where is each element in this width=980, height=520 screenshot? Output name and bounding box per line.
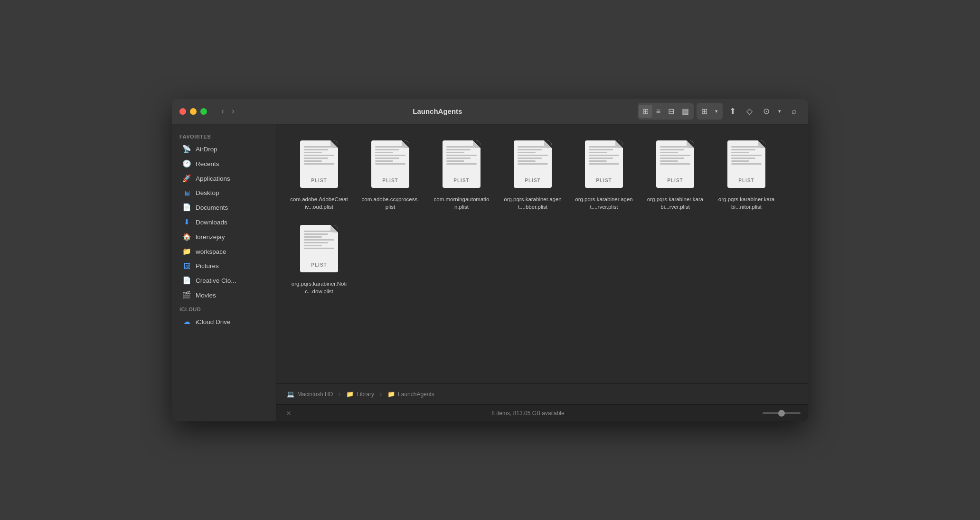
more-dropdown-icon[interactable]: ▾ xyxy=(774,106,785,117)
file-item[interactable]: PLIST com.adobe.ccxprocess.plist xyxy=(357,136,424,215)
sidebar-item-recents[interactable]: 🕐 Recents xyxy=(175,157,273,171)
disk-icon: 💻 xyxy=(287,390,294,398)
sidebar: Favorites 📡 AirDrop 🕐 Recents 🚀 Applicat… xyxy=(172,124,276,421)
sidebar-item-creative-cloud[interactable]: 📄 Creative Clo... xyxy=(175,273,273,288)
sidebar-item-applications[interactable]: 🚀 Applications xyxy=(175,171,273,186)
breadcrumb-separator: › xyxy=(380,391,382,398)
sidebar-item-workspace[interactable]: 📁 workspace xyxy=(175,244,273,259)
toolbar-icons: ⊞ ≡ ⊟ ▦ ⊞ ▾ ⬆ ◇ ⊙ ▾ ⌕ xyxy=(638,103,801,120)
plist-icon: PLIST xyxy=(369,140,412,193)
folder-icon: 📁 xyxy=(346,390,354,398)
more-icon[interactable]: ⊙ xyxy=(759,104,773,119)
sidebar-item-label: lorenzejay xyxy=(196,233,225,241)
sidebar-item-label: AirDrop xyxy=(196,146,217,153)
downloads-icon: ⬇ xyxy=(182,218,191,226)
back-button[interactable]: ‹ xyxy=(218,104,227,118)
documents-icon: 📄 xyxy=(182,203,191,212)
file-name: org.pqrs.karabiner.karabi...nitor.plist xyxy=(717,195,776,211)
plist-icon: PLIST xyxy=(440,140,483,193)
slider-track xyxy=(763,412,801,414)
search-icon[interactable]: ⌕ xyxy=(788,104,801,119)
icloud-label: iCloud xyxy=(172,303,276,314)
sidebar-item-label: Creative Clo... xyxy=(196,277,236,284)
close-status-button[interactable]: ✕ xyxy=(284,408,293,419)
file-name: org.pqrs.karabiner.Notic...dow.plist xyxy=(290,280,349,295)
plist-icon: PLIST xyxy=(298,225,340,277)
group-dropdown-icon[interactable]: ▾ xyxy=(711,106,722,116)
plist-icon: PLIST xyxy=(511,140,554,193)
sidebar-item-movies[interactable]: 🎬 Movies xyxy=(175,288,273,302)
title-bar: ‹ › LaunchAgents ⊞ ≡ ⊟ ▦ ⊞ ▾ ⬆ ◇ ⊙ ▾ ⌕ xyxy=(172,99,808,124)
maximize-button[interactable] xyxy=(200,108,207,115)
traffic-lights xyxy=(179,108,207,115)
status-bar: ✕ 8 items, 813.05 GB available xyxy=(276,404,808,421)
applications-icon: 🚀 xyxy=(182,174,191,183)
breadcrumb-launchagents[interactable]: 📁 LaunchAgents xyxy=(385,390,437,399)
icloud-drive-icon: ☁ xyxy=(182,317,191,326)
plist-icon: PLIST xyxy=(298,140,340,193)
movies-icon: 🎬 xyxy=(182,291,191,299)
column-view-icon[interactable]: ⊟ xyxy=(664,105,678,118)
breadcrumb-label: LaunchAgents xyxy=(398,391,434,398)
group-icon[interactable]: ⊞ xyxy=(697,105,711,118)
finder-window: ‹ › LaunchAgents ⊞ ≡ ⊟ ▦ ⊞ ▾ ⬆ ◇ ⊙ ▾ ⌕ xyxy=(172,99,808,421)
favorites-label: Favorites xyxy=(172,130,276,141)
home-icon: 🏠 xyxy=(182,232,191,241)
plist-icon: PLIST xyxy=(725,140,768,193)
slider-thumb xyxy=(778,410,785,417)
sidebar-item-label: workspace xyxy=(196,248,226,255)
sidebar-item-label: Pictures xyxy=(196,262,219,269)
desktop-icon: 🖥 xyxy=(182,189,191,197)
sidebar-item-downloads[interactable]: ⬇ Downloads xyxy=(175,215,273,229)
sidebar-item-airdrop[interactable]: 📡 AirDrop xyxy=(175,142,273,156)
sidebar-item-label: Downloads xyxy=(196,219,227,226)
file-name: org.pqrs.karabiner.karabi...rver.plist xyxy=(646,195,705,211)
status-text: 8 items, 813.05 GB available xyxy=(293,410,763,417)
zoom-slider[interactable] xyxy=(763,412,801,414)
minimize-button[interactable] xyxy=(190,108,197,115)
file-item[interactable]: PLIST org.pqrs.karabiner.agent....bber.p… xyxy=(499,136,566,215)
file-item[interactable]: PLIST org.pqrs.karabiner.Notic...dow.pli… xyxy=(286,220,352,300)
forward-button[interactable]: › xyxy=(229,104,237,118)
tag-icon[interactable]: ◇ xyxy=(743,104,756,119)
file-name: com.adobe.AdobeCreativ...oud.plist xyxy=(290,195,349,211)
group-button-group: ⊞ ▾ xyxy=(697,103,723,120)
sidebar-item-pictures[interactable]: 🖼 Pictures xyxy=(175,259,273,273)
folder-icon: 📁 xyxy=(387,390,395,398)
close-button[interactable] xyxy=(179,108,186,115)
list-view-icon[interactable]: ≡ xyxy=(652,105,664,118)
sidebar-item-lorenzejay[interactable]: 🏠 lorenzejay xyxy=(175,230,273,244)
breadcrumb-library[interactable]: 📁 Library xyxy=(343,390,377,399)
file-item[interactable]: PLIST com.morningautomation.plist xyxy=(428,136,495,215)
workspace-icon: 📁 xyxy=(182,247,191,256)
pictures-icon: 🖼 xyxy=(182,262,191,270)
file-item[interactable]: PLIST org.pqrs.karabiner.karabi...rver.p… xyxy=(642,136,708,215)
path-bar: 💻 Macintosh HD › 📁 Library › 📁 LaunchAge… xyxy=(276,383,808,404)
sidebar-item-label: Movies xyxy=(196,292,216,299)
sidebar-item-label: Documents xyxy=(196,204,228,211)
file-grid: PLIST com.adobe.AdobeCreativ...oud.plist xyxy=(276,124,808,383)
file-item[interactable]: PLIST org.pqrs.karabiner.agent....rver.p… xyxy=(571,136,637,215)
sidebar-item-label: Applications xyxy=(196,175,230,182)
breadcrumb-separator: › xyxy=(339,391,340,398)
window-title: LaunchAgents xyxy=(243,107,632,115)
view-switcher: ⊞ ≡ ⊟ ▦ xyxy=(638,103,694,120)
breadcrumb-label: Library xyxy=(357,391,374,398)
sidebar-item-desktop[interactable]: 🖥 Desktop xyxy=(175,186,273,200)
sidebar-item-label: Recents xyxy=(196,160,219,167)
sidebar-item-icloud-drive[interactable]: ☁ iCloud Drive xyxy=(175,315,273,329)
sidebar-item-label: Desktop xyxy=(196,189,219,196)
breadcrumb-macintosh-hd[interactable]: 💻 Macintosh HD xyxy=(284,390,336,399)
file-name: org.pqrs.karabiner.agent....bber.plist xyxy=(503,195,562,211)
nav-buttons: ‹ › xyxy=(218,104,237,118)
breadcrumb: 💻 Macintosh HD › 📁 Library › 📁 LaunchAge… xyxy=(284,390,801,399)
file-item[interactable]: PLIST org.pqrs.karabiner.karabi...nitor.… xyxy=(713,136,780,215)
file-item[interactable]: PLIST com.adobe.AdobeCreativ...oud.plist xyxy=(286,136,352,215)
file-area: PLIST com.adobe.AdobeCreativ...oud.plist xyxy=(276,124,808,421)
grid-view-icon[interactable]: ⊞ xyxy=(639,105,652,118)
file-name: com.adobe.ccxprocess.plist xyxy=(361,195,420,211)
gallery-view-icon[interactable]: ▦ xyxy=(678,105,693,118)
main-content: Favorites 📡 AirDrop 🕐 Recents 🚀 Applicat… xyxy=(172,124,808,421)
share-icon[interactable]: ⬆ xyxy=(726,104,740,119)
sidebar-item-documents[interactable]: 📄 Documents xyxy=(175,200,273,214)
